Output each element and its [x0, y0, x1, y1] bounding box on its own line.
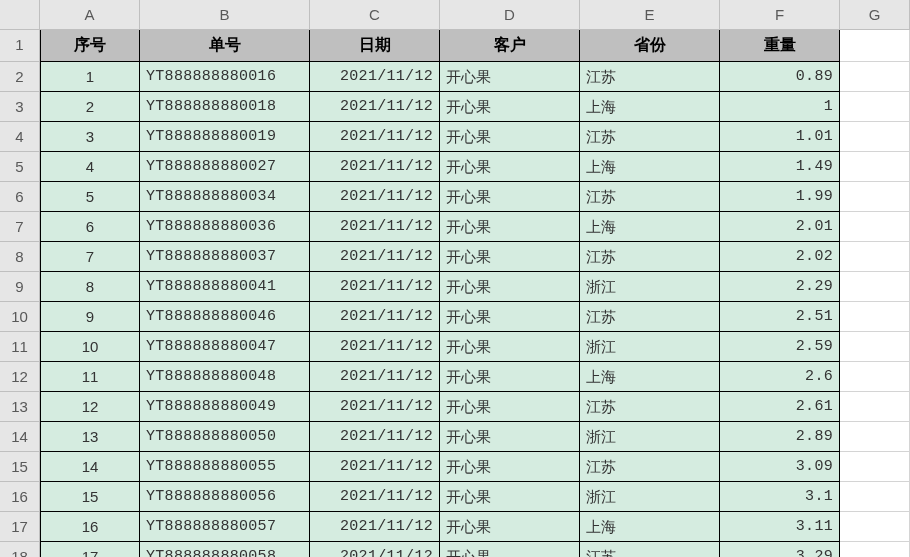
cell-customer[interactable]: 开心果 [440, 92, 580, 122]
cell-weight[interactable]: 3.11 [720, 512, 840, 542]
cell-customer[interactable]: 开心果 [440, 422, 580, 452]
cell-province[interactable]: 上海 [580, 152, 720, 182]
row-header-1[interactable]: 1 [0, 30, 40, 62]
spreadsheet-grid[interactable]: ABCDEFG1序号单号日期客户省份重量21YT8888888800162021… [0, 0, 910, 557]
cell-blank[interactable] [840, 152, 910, 182]
cell-date[interactable]: 2021/11/12 [310, 362, 440, 392]
cell-province[interactable]: 上海 [580, 92, 720, 122]
cell-customer[interactable]: 开心果 [440, 152, 580, 182]
cell-seq[interactable]: 8 [40, 272, 140, 302]
row-header[interactable]: 9 [0, 272, 40, 302]
row-header[interactable]: 10 [0, 302, 40, 332]
row-header[interactable]: 4 [0, 122, 40, 152]
column-header-F[interactable]: F [720, 0, 840, 30]
cell-blank[interactable] [840, 182, 910, 212]
cell-blank[interactable] [840, 542, 910, 557]
cell-customer[interactable]: 开心果 [440, 62, 580, 92]
cell-date[interactable]: 2021/11/12 [310, 392, 440, 422]
cell-province[interactable]: 上海 [580, 212, 720, 242]
column-header-E[interactable]: E [580, 0, 720, 30]
cell-weight[interactable]: 2.29 [720, 272, 840, 302]
row-header[interactable]: 16 [0, 482, 40, 512]
cell-order[interactable]: YT888888880041 [140, 272, 310, 302]
cell-weight[interactable]: 1.99 [720, 182, 840, 212]
cell-order[interactable]: YT888888880048 [140, 362, 310, 392]
cell-seq[interactable]: 13 [40, 422, 140, 452]
cell-date[interactable]: 2021/11/12 [310, 92, 440, 122]
cell-order[interactable]: YT888888880037 [140, 242, 310, 272]
cell-seq[interactable]: 14 [40, 452, 140, 482]
cell-date[interactable]: 2021/11/12 [310, 452, 440, 482]
cell-order[interactable]: YT888888880055 [140, 452, 310, 482]
cell-order[interactable]: YT888888880018 [140, 92, 310, 122]
row-header[interactable]: 8 [0, 242, 40, 272]
cell-date[interactable]: 2021/11/12 [310, 182, 440, 212]
row-header[interactable]: 6 [0, 182, 40, 212]
row-header[interactable]: 7 [0, 212, 40, 242]
cell-date[interactable]: 2021/11/12 [310, 422, 440, 452]
cell-customer[interactable]: 开心果 [440, 482, 580, 512]
cell-blank[interactable] [840, 242, 910, 272]
cell-province[interactable]: 江苏 [580, 392, 720, 422]
cell-weight[interactable]: 2.89 [720, 422, 840, 452]
cell-province[interactable]: 上海 [580, 362, 720, 392]
cell-seq[interactable]: 1 [40, 62, 140, 92]
row-header[interactable]: 15 [0, 452, 40, 482]
cell-order[interactable]: YT888888880049 [140, 392, 310, 422]
table-header-cell[interactable]: 重量 [720, 30, 840, 62]
cell-province[interactable]: 浙江 [580, 422, 720, 452]
cell-province[interactable]: 江苏 [580, 242, 720, 272]
cell-weight[interactable]: 3.1 [720, 482, 840, 512]
cell-weight[interactable]: 2.59 [720, 332, 840, 362]
cell-order[interactable]: YT888888880046 [140, 302, 310, 332]
column-header-B[interactable]: B [140, 0, 310, 30]
cell-blank[interactable] [840, 122, 910, 152]
row-header[interactable]: 14 [0, 422, 40, 452]
cell-weight[interactable]: 0.89 [720, 62, 840, 92]
cell-blank[interactable] [840, 422, 910, 452]
column-header-G[interactable]: G [840, 0, 910, 30]
cell-G1[interactable] [840, 30, 910, 62]
cell-blank[interactable] [840, 302, 910, 332]
cell-date[interactable]: 2021/11/12 [310, 332, 440, 362]
cell-customer[interactable]: 开心果 [440, 332, 580, 362]
cell-date[interactable]: 2021/11/12 [310, 122, 440, 152]
corner-select-all[interactable] [0, 0, 40, 30]
row-header[interactable]: 5 [0, 152, 40, 182]
cell-date[interactable]: 2021/11/12 [310, 272, 440, 302]
cell-province[interactable]: 浙江 [580, 272, 720, 302]
cell-customer[interactable]: 开心果 [440, 212, 580, 242]
cell-date[interactable]: 2021/11/12 [310, 512, 440, 542]
table-header-cell[interactable]: 序号 [40, 30, 140, 62]
cell-order[interactable]: YT888888880047 [140, 332, 310, 362]
cell-customer[interactable]: 开心果 [440, 512, 580, 542]
cell-date[interactable]: 2021/11/12 [310, 302, 440, 332]
cell-province[interactable]: 浙江 [580, 482, 720, 512]
row-header[interactable]: 17 [0, 512, 40, 542]
row-header[interactable]: 11 [0, 332, 40, 362]
cell-seq[interactable]: 3 [40, 122, 140, 152]
cell-seq[interactable]: 15 [40, 482, 140, 512]
cell-province[interactable]: 江苏 [580, 542, 720, 557]
cell-seq[interactable]: 7 [40, 242, 140, 272]
cell-customer[interactable]: 开心果 [440, 392, 580, 422]
column-header-C[interactable]: C [310, 0, 440, 30]
cell-seq[interactable]: 5 [40, 182, 140, 212]
cell-province[interactable]: 江苏 [580, 452, 720, 482]
cell-province[interactable]: 江苏 [580, 302, 720, 332]
column-header-A[interactable]: A [40, 0, 140, 30]
cell-province[interactable]: 江苏 [580, 182, 720, 212]
cell-date[interactable]: 2021/11/12 [310, 542, 440, 557]
cell-province[interactable]: 上海 [580, 512, 720, 542]
cell-date[interactable]: 2021/11/12 [310, 152, 440, 182]
cell-weight[interactable]: 2.61 [720, 392, 840, 422]
cell-blank[interactable] [840, 212, 910, 242]
cell-province[interactable]: 浙江 [580, 332, 720, 362]
cell-weight[interactable]: 2.6 [720, 362, 840, 392]
cell-weight[interactable]: 2.02 [720, 242, 840, 272]
cell-order[interactable]: YT888888880050 [140, 422, 310, 452]
cell-date[interactable]: 2021/11/12 [310, 482, 440, 512]
row-header[interactable]: 3 [0, 92, 40, 122]
cell-customer[interactable]: 开心果 [440, 242, 580, 272]
cell-customer[interactable]: 开心果 [440, 272, 580, 302]
